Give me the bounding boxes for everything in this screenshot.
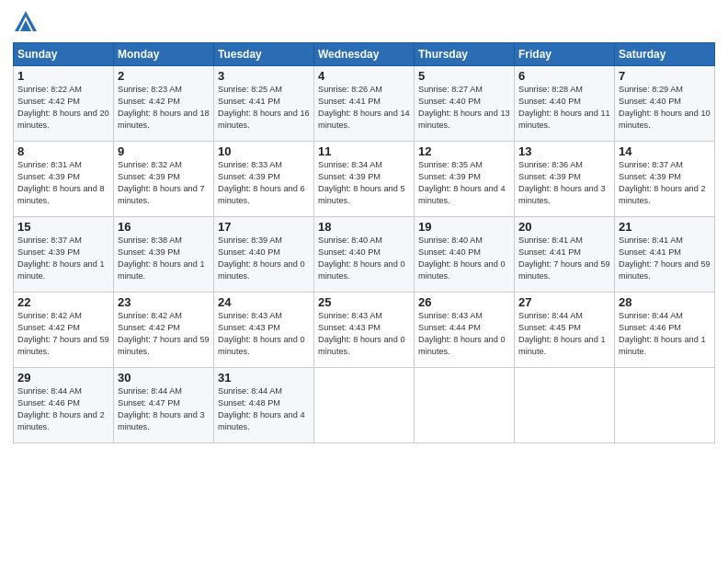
day-number: 27 — [518, 295, 610, 309]
day-info: Sunrise: 8:42 AMSunset: 4:42 PMDaylight:… — [17, 311, 109, 356]
calendar-cell: 18 Sunrise: 8:40 AMSunset: 4:40 PMDaylig… — [314, 217, 415, 293]
calendar-cell — [515, 368, 615, 443]
header-cell-saturday: Saturday — [615, 43, 715, 66]
day-info: Sunrise: 8:26 AMSunset: 4:41 PMDaylight:… — [318, 85, 410, 130]
header-cell-sunday: Sunday — [14, 43, 114, 66]
day-number: 25 — [318, 295, 410, 309]
calendar-cell: 24 Sunrise: 8:43 AMSunset: 4:43 PMDaylig… — [214, 293, 314, 368]
day-info: Sunrise: 8:31 AMSunset: 4:39 PMDaylight:… — [17, 160, 105, 205]
header-cell-wednesday: Wednesday — [314, 43, 415, 66]
week-row-5: 29 Sunrise: 8:44 AMSunset: 4:46 PMDaylig… — [14, 368, 715, 443]
calendar-cell: 27 Sunrise: 8:44 AMSunset: 4:45 PMDaylig… — [515, 293, 615, 368]
day-number: 28 — [619, 295, 711, 309]
day-number: 20 — [518, 220, 610, 234]
calendar-cell: 14 Sunrise: 8:37 AMSunset: 4:39 PMDaylig… — [615, 142, 715, 217]
day-info: Sunrise: 8:29 AMSunset: 4:40 PMDaylight:… — [619, 85, 711, 130]
day-number: 2 — [118, 69, 210, 83]
calendar-header: SundayMondayTuesdayWednesdayThursdayFrid… — [14, 43, 715, 66]
week-row-1: 1 Sunrise: 8:22 AMSunset: 4:42 PMDayligh… — [14, 66, 715, 142]
day-number: 11 — [318, 144, 410, 158]
day-number: 26 — [418, 295, 510, 309]
day-number: 23 — [118, 295, 210, 309]
calendar-cell: 29 Sunrise: 8:44 AMSunset: 4:46 PMDaylig… — [14, 368, 114, 443]
day-number: 19 — [418, 220, 510, 234]
calendar-table: SundayMondayTuesdayWednesdayThursdayFrid… — [13, 42, 715, 443]
day-info: Sunrise: 8:27 AMSunset: 4:40 PMDaylight:… — [418, 85, 510, 130]
day-info: Sunrise: 8:43 AMSunset: 4:43 PMDaylight:… — [218, 311, 305, 356]
calendar-cell: 4 Sunrise: 8:26 AMSunset: 4:41 PMDayligh… — [314, 66, 415, 142]
day-info: Sunrise: 8:36 AMSunset: 4:39 PMDaylight:… — [518, 160, 606, 205]
day-info: Sunrise: 8:44 AMSunset: 4:46 PMDaylight:… — [619, 311, 706, 356]
calendar-cell: 20 Sunrise: 8:41 AMSunset: 4:41 PMDaylig… — [515, 217, 615, 293]
calendar-cell: 11 Sunrise: 8:34 AMSunset: 4:39 PMDaylig… — [314, 142, 415, 217]
calendar-cell: 2 Sunrise: 8:23 AMSunset: 4:42 PMDayligh… — [114, 66, 214, 142]
day-number: 10 — [218, 144, 310, 158]
logo-icon — [13, 9, 39, 35]
day-number: 7 — [619, 69, 711, 83]
calendar-cell — [415, 368, 515, 443]
week-row-4: 22 Sunrise: 8:42 AMSunset: 4:42 PMDaylig… — [14, 293, 715, 368]
day-number: 16 — [118, 220, 210, 234]
calendar-cell: 3 Sunrise: 8:25 AMSunset: 4:41 PMDayligh… — [214, 66, 314, 142]
day-number: 6 — [518, 69, 610, 83]
header-cell-thursday: Thursday — [415, 43, 515, 66]
day-info: Sunrise: 8:23 AMSunset: 4:42 PMDaylight:… — [118, 85, 210, 130]
calendar-cell — [615, 368, 715, 443]
day-number: 31 — [218, 371, 310, 385]
day-info: Sunrise: 8:37 AMSunset: 4:39 PMDaylight:… — [619, 160, 706, 205]
day-info: Sunrise: 8:38 AMSunset: 4:39 PMDaylight:… — [118, 236, 205, 281]
day-info: Sunrise: 8:25 AMSunset: 4:41 PMDaylight:… — [218, 85, 310, 130]
day-info: Sunrise: 8:39 AMSunset: 4:40 PMDaylight:… — [218, 236, 305, 281]
day-number: 30 — [118, 371, 210, 385]
calendar-cell: 8 Sunrise: 8:31 AMSunset: 4:39 PMDayligh… — [14, 142, 114, 217]
calendar-cell: 21 Sunrise: 8:41 AMSunset: 4:41 PMDaylig… — [615, 217, 715, 293]
calendar-cell: 19 Sunrise: 8:40 AMSunset: 4:40 PMDaylig… — [415, 217, 515, 293]
calendar-cell: 23 Sunrise: 8:42 AMSunset: 4:42 PMDaylig… — [114, 293, 214, 368]
logo — [13, 13, 40, 35]
day-info: Sunrise: 8:40 AMSunset: 4:40 PMDaylight:… — [418, 236, 506, 281]
calendar-cell: 22 Sunrise: 8:42 AMSunset: 4:42 PMDaylig… — [14, 293, 114, 368]
day-info: Sunrise: 8:40 AMSunset: 4:40 PMDaylight:… — [318, 236, 405, 281]
header-cell-monday: Monday — [114, 43, 214, 66]
day-number: 3 — [218, 69, 310, 83]
calendar-cell: 13 Sunrise: 8:36 AMSunset: 4:39 PMDaylig… — [515, 142, 615, 217]
day-info: Sunrise: 8:33 AMSunset: 4:39 PMDaylight:… — [218, 160, 305, 205]
header — [13, 9, 715, 35]
calendar-cell: 6 Sunrise: 8:28 AMSunset: 4:40 PMDayligh… — [515, 66, 615, 142]
header-cell-friday: Friday — [515, 43, 615, 66]
day-info: Sunrise: 8:41 AMSunset: 4:41 PMDaylight:… — [518, 236, 610, 281]
day-number: 5 — [418, 69, 510, 83]
day-info: Sunrise: 8:42 AMSunset: 4:42 PMDaylight:… — [118, 311, 210, 356]
calendar-cell: 31 Sunrise: 8:44 AMSunset: 4:48 PMDaylig… — [214, 368, 314, 443]
calendar-cell: 26 Sunrise: 8:43 AMSunset: 4:44 PMDaylig… — [415, 293, 515, 368]
day-info: Sunrise: 8:43 AMSunset: 4:44 PMDaylight:… — [418, 311, 506, 356]
day-info: Sunrise: 8:44 AMSunset: 4:47 PMDaylight:… — [118, 386, 205, 431]
day-number: 22 — [17, 295, 109, 309]
day-number: 24 — [218, 295, 310, 309]
day-info: Sunrise: 8:35 AMSunset: 4:39 PMDaylight:… — [418, 160, 506, 205]
day-number: 18 — [318, 220, 410, 234]
calendar-cell: 5 Sunrise: 8:27 AMSunset: 4:40 PMDayligh… — [415, 66, 515, 142]
day-info: Sunrise: 8:44 AMSunset: 4:45 PMDaylight:… — [518, 311, 606, 356]
day-info: Sunrise: 8:32 AMSunset: 4:39 PMDaylight:… — [118, 160, 205, 205]
day-number: 17 — [218, 220, 310, 234]
calendar-cell: 30 Sunrise: 8:44 AMSunset: 4:47 PMDaylig… — [114, 368, 214, 443]
calendar-page: SundayMondayTuesdayWednesdayThursdayFrid… — [0, 0, 728, 563]
calendar-cell: 9 Sunrise: 8:32 AMSunset: 4:39 PMDayligh… — [114, 142, 214, 217]
calendar-cell: 17 Sunrise: 8:39 AMSunset: 4:40 PMDaylig… — [214, 217, 314, 293]
header-cell-tuesday: Tuesday — [214, 43, 314, 66]
day-number: 14 — [619, 144, 711, 158]
week-row-3: 15 Sunrise: 8:37 AMSunset: 4:39 PMDaylig… — [14, 217, 715, 293]
day-number: 12 — [418, 144, 510, 158]
calendar-cell: 15 Sunrise: 8:37 AMSunset: 4:39 PMDaylig… — [14, 217, 114, 293]
calendar-cell: 16 Sunrise: 8:38 AMSunset: 4:39 PMDaylig… — [114, 217, 214, 293]
day-number: 29 — [17, 371, 109, 385]
day-number: 4 — [318, 69, 410, 83]
calendar-cell — [314, 368, 415, 443]
day-number: 13 — [518, 144, 610, 158]
day-info: Sunrise: 8:22 AMSunset: 4:42 PMDaylight:… — [17, 85, 109, 130]
day-number: 8 — [17, 144, 109, 158]
week-row-2: 8 Sunrise: 8:31 AMSunset: 4:39 PMDayligh… — [14, 142, 715, 217]
calendar-cell: 25 Sunrise: 8:43 AMSunset: 4:43 PMDaylig… — [314, 293, 415, 368]
day-info: Sunrise: 8:44 AMSunset: 4:48 PMDaylight:… — [218, 386, 305, 431]
